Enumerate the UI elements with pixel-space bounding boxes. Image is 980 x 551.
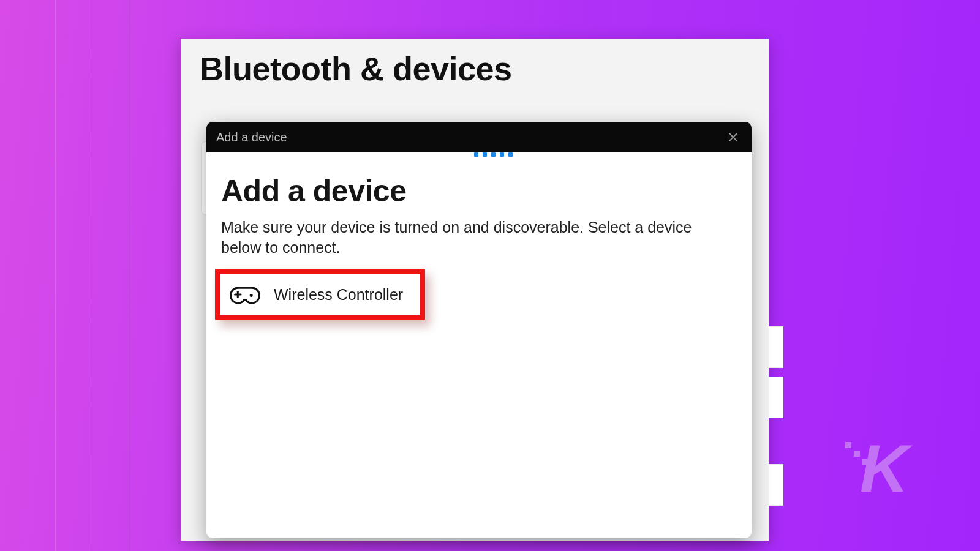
- close-button[interactable]: [725, 129, 742, 146]
- bg-band: [129, 0, 129, 551]
- svg-point-4: [250, 294, 253, 297]
- list-row-edge: [769, 377, 783, 418]
- dialog-description: Make sure your device is turned on and d…: [221, 217, 711, 258]
- dialog-heading: Add a device: [221, 173, 737, 209]
- gamepad-icon: [230, 282, 260, 307]
- dialog-window-title: Add a device: [216, 130, 287, 144]
- close-icon: [728, 132, 739, 143]
- dialog-body: Add a device Make sure your device is tu…: [206, 152, 752, 320]
- add-device-dialog: Add a device Add a device Make sure your…: [206, 122, 752, 538]
- list-row-edge: [769, 326, 783, 368]
- dialog-titlebar: Add a device: [206, 122, 752, 152]
- list-row-edge: [769, 464, 783, 506]
- bg-band: [55, 0, 56, 551]
- progress-indicator: [474, 152, 513, 157]
- device-name-label: Wireless Controller: [274, 286, 403, 304]
- device-option-wireless-controller[interactable]: Wireless Controller: [215, 269, 425, 320]
- page-title: Bluetooth & devices: [200, 50, 512, 88]
- watermark-logo: K: [845, 435, 925, 502]
- bg-band: [89, 0, 89, 551]
